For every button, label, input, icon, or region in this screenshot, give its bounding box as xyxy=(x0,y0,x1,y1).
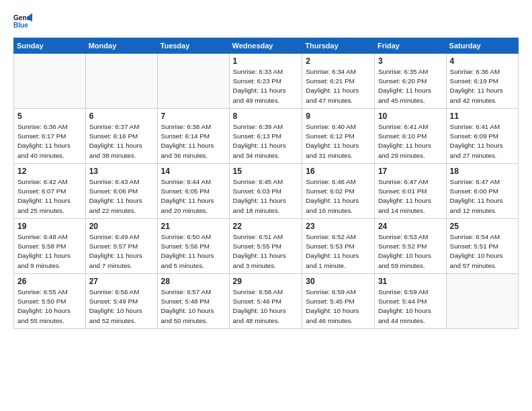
day-info: Sunrise: 6:46 AM Sunset: 6:02 PM Dayligh… xyxy=(306,177,371,216)
day-info: Sunrise: 6:50 AM Sunset: 5:56 PM Dayligh… xyxy=(161,232,226,271)
day-number: 29 xyxy=(233,277,299,286)
calendar-cell: 8Sunrise: 6:39 AM Sunset: 6:13 PM Daylig… xyxy=(229,109,302,164)
day-info: Sunrise: 6:42 AM Sunset: 6:07 PM Dayligh… xyxy=(17,177,82,216)
svg-text:Blue: Blue xyxy=(13,21,28,29)
day-number: 20 xyxy=(89,222,154,231)
weekday-saturday: Saturday xyxy=(446,38,518,54)
day-info: Sunrise: 6:45 AM Sunset: 6:03 PM Dayligh… xyxy=(233,177,299,216)
day-number: 26 xyxy=(17,277,82,286)
day-number: 21 xyxy=(161,222,226,231)
calendar-cell: 23Sunrise: 6:52 AM Sunset: 5:53 PM Dayli… xyxy=(302,219,375,274)
calendar-cell: 9Sunrise: 6:40 AM Sunset: 6:12 PM Daylig… xyxy=(302,109,375,164)
calendar-cell xyxy=(446,274,518,329)
day-number: 13 xyxy=(89,167,154,176)
calendar-cell: 30Sunrise: 6:59 AM Sunset: 5:45 PM Dayli… xyxy=(302,274,375,329)
header: General Blue xyxy=(13,12,519,31)
day-number: 9 xyxy=(306,111,371,121)
day-number: 30 xyxy=(306,277,371,286)
day-info: Sunrise: 6:59 AM Sunset: 5:45 PM Dayligh… xyxy=(306,287,371,326)
weekday-friday: Friday xyxy=(374,38,446,54)
calendar-cell: 11Sunrise: 6:41 AM Sunset: 6:09 PM Dayli… xyxy=(446,109,518,164)
day-number: 15 xyxy=(233,167,299,176)
day-info: Sunrise: 6:40 AM Sunset: 6:12 PM Dayligh… xyxy=(306,122,371,161)
week-row-1: 1Sunrise: 6:33 AM Sunset: 6:23 PM Daylig… xyxy=(14,54,519,109)
day-info: Sunrise: 6:56 AM Sunset: 5:49 PM Dayligh… xyxy=(89,287,154,326)
day-info: Sunrise: 6:37 AM Sunset: 6:16 PM Dayligh… xyxy=(89,122,154,161)
calendar-cell: 20Sunrise: 6:49 AM Sunset: 5:57 PM Dayli… xyxy=(85,219,157,274)
day-number: 10 xyxy=(378,111,443,121)
day-info: Sunrise: 6:49 AM Sunset: 5:57 PM Dayligh… xyxy=(89,232,154,271)
calendar-cell: 31Sunrise: 6:59 AM Sunset: 5:44 PM Dayli… xyxy=(374,274,446,329)
calendar-cell: 10Sunrise: 6:41 AM Sunset: 6:10 PM Dayli… xyxy=(374,109,446,164)
day-number: 16 xyxy=(306,167,371,176)
day-number: 3 xyxy=(378,56,443,66)
calendar-cell: 6Sunrise: 6:37 AM Sunset: 6:16 PM Daylig… xyxy=(85,109,157,164)
day-info: Sunrise: 6:57 AM Sunset: 5:48 PM Dayligh… xyxy=(161,287,226,326)
week-row-5: 26Sunrise: 6:55 AM Sunset: 5:50 PM Dayli… xyxy=(14,274,519,329)
day-number: 23 xyxy=(306,222,371,231)
day-number: 18 xyxy=(450,167,515,176)
week-row-3: 12Sunrise: 6:42 AM Sunset: 6:07 PM Dayli… xyxy=(14,164,519,219)
day-info: Sunrise: 6:36 AM Sunset: 6:19 PM Dayligh… xyxy=(450,67,515,105)
day-number: 25 xyxy=(450,222,515,231)
day-info: Sunrise: 6:41 AM Sunset: 6:10 PM Dayligh… xyxy=(378,122,443,161)
calendar-cell: 27Sunrise: 6:56 AM Sunset: 5:49 PM Dayli… xyxy=(85,274,157,329)
page-container: General Blue SundayMondayTuesdayWednesda… xyxy=(0,0,532,411)
calendar-cell: 16Sunrise: 6:46 AM Sunset: 6:02 PM Dayli… xyxy=(302,164,375,219)
calendar-cell: 14Sunrise: 6:44 AM Sunset: 6:05 PM Dayli… xyxy=(157,164,229,219)
weekday-wednesday: Wednesday xyxy=(229,38,302,54)
weekday-tuesday: Tuesday xyxy=(157,38,229,54)
day-number: 17 xyxy=(378,167,443,176)
day-number: 22 xyxy=(233,222,299,231)
day-info: Sunrise: 6:43 AM Sunset: 6:06 PM Dayligh… xyxy=(89,177,154,216)
calendar-cell: 15Sunrise: 6:45 AM Sunset: 6:03 PM Dayli… xyxy=(229,164,302,219)
day-info: Sunrise: 6:58 AM Sunset: 5:46 PM Dayligh… xyxy=(233,287,299,326)
week-row-2: 5Sunrise: 6:36 AM Sunset: 6:17 PM Daylig… xyxy=(14,109,519,164)
calendar-table: SundayMondayTuesdayWednesdayThursdayFrid… xyxy=(13,38,519,329)
calendar-cell: 22Sunrise: 6:51 AM Sunset: 5:55 PM Dayli… xyxy=(229,219,302,274)
calendar-cell: 5Sunrise: 6:36 AM Sunset: 6:17 PM Daylig… xyxy=(14,109,86,164)
calendar-cell: 18Sunrise: 6:47 AM Sunset: 6:00 PM Dayli… xyxy=(446,164,518,219)
day-info: Sunrise: 6:55 AM Sunset: 5:50 PM Dayligh… xyxy=(17,287,82,326)
calendar-cell: 3Sunrise: 6:35 AM Sunset: 6:20 PM Daylig… xyxy=(374,54,446,109)
weekday-header-row: SundayMondayTuesdayWednesdayThursdayFrid… xyxy=(14,38,519,54)
day-number: 19 xyxy=(17,222,82,231)
day-info: Sunrise: 6:53 AM Sunset: 5:52 PM Dayligh… xyxy=(378,232,443,271)
calendar-cell: 17Sunrise: 6:47 AM Sunset: 6:01 PM Dayli… xyxy=(374,164,446,219)
day-number: 8 xyxy=(233,111,299,121)
day-number: 24 xyxy=(378,222,443,231)
logo-icon: General Blue xyxy=(13,12,32,31)
day-info: Sunrise: 6:44 AM Sunset: 6:05 PM Dayligh… xyxy=(161,177,226,216)
calendar-cell xyxy=(157,54,229,109)
calendar-cell: 4Sunrise: 6:36 AM Sunset: 6:19 PM Daylig… xyxy=(446,54,518,109)
calendar-cell: 21Sunrise: 6:50 AM Sunset: 5:56 PM Dayli… xyxy=(157,219,229,274)
calendar-cell xyxy=(85,54,157,109)
calendar-cell: 1Sunrise: 6:33 AM Sunset: 6:23 PM Daylig… xyxy=(229,54,302,109)
calendar-cell: 2Sunrise: 6:34 AM Sunset: 6:21 PM Daylig… xyxy=(302,54,375,109)
day-info: Sunrise: 6:59 AM Sunset: 5:44 PM Dayligh… xyxy=(378,287,443,326)
logo: General Blue xyxy=(13,12,32,31)
week-row-4: 19Sunrise: 6:48 AM Sunset: 5:58 PM Dayli… xyxy=(14,219,519,274)
day-number: 27 xyxy=(89,277,154,286)
day-info: Sunrise: 6:47 AM Sunset: 6:00 PM Dayligh… xyxy=(450,177,515,216)
calendar-cell: 7Sunrise: 6:38 AM Sunset: 6:14 PM Daylig… xyxy=(157,109,229,164)
day-info: Sunrise: 6:54 AM Sunset: 5:51 PM Dayligh… xyxy=(450,232,515,271)
day-info: Sunrise: 6:34 AM Sunset: 6:21 PM Dayligh… xyxy=(306,67,371,105)
day-number: 12 xyxy=(17,167,82,176)
weekday-sunday: Sunday xyxy=(14,38,86,54)
calendar-cell: 25Sunrise: 6:54 AM Sunset: 5:51 PM Dayli… xyxy=(446,219,518,274)
calendar-cell: 26Sunrise: 6:55 AM Sunset: 5:50 PM Dayli… xyxy=(14,274,86,329)
weekday-monday: Monday xyxy=(85,38,157,54)
day-number: 6 xyxy=(89,111,154,121)
calendar-cell: 24Sunrise: 6:53 AM Sunset: 5:52 PM Dayli… xyxy=(374,219,446,274)
day-info: Sunrise: 6:41 AM Sunset: 6:09 PM Dayligh… xyxy=(450,122,515,161)
day-info: Sunrise: 6:38 AM Sunset: 6:14 PM Dayligh… xyxy=(161,122,226,161)
calendar-cell: 13Sunrise: 6:43 AM Sunset: 6:06 PM Dayli… xyxy=(85,164,157,219)
day-info: Sunrise: 6:47 AM Sunset: 6:01 PM Dayligh… xyxy=(378,177,443,216)
day-number: 5 xyxy=(17,111,82,121)
calendar-cell: 28Sunrise: 6:57 AM Sunset: 5:48 PM Dayli… xyxy=(157,274,229,329)
day-number: 2 xyxy=(306,56,371,66)
day-info: Sunrise: 6:39 AM Sunset: 6:13 PM Dayligh… xyxy=(233,122,299,161)
day-info: Sunrise: 6:36 AM Sunset: 6:17 PM Dayligh… xyxy=(17,122,82,161)
calendar-cell xyxy=(14,54,86,109)
